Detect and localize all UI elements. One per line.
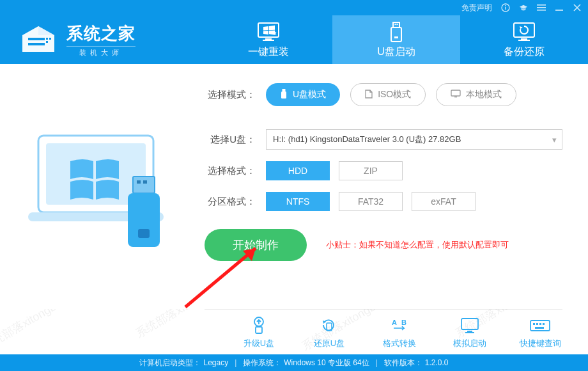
svg-rect-34 xyxy=(454,97,457,97)
svg-rect-10 xyxy=(49,38,51,40)
svg-rect-22 xyxy=(518,40,530,41)
svg-rect-18 xyxy=(391,28,401,42)
mode-label: 选择模式： xyxy=(205,89,256,101)
svg-rect-1 xyxy=(505,7,506,10)
keyboard-icon xyxy=(529,316,551,335)
disclaimer-link[interactable]: 免责声明 xyxy=(461,3,492,13)
svg-rect-47 xyxy=(543,323,545,325)
monitor-refresh-icon xyxy=(511,21,537,43)
monitor-small-icon xyxy=(451,90,461,100)
bottom-tools: 升级U盘 还原U盘 AB 格式转换 模拟启动 快捷键查询 xyxy=(0,310,588,354)
svg-rect-21 xyxy=(521,38,527,40)
brand-subtitle: 装机大师 xyxy=(66,46,135,58)
svg-rect-6 xyxy=(555,10,563,11)
svg-rect-28 xyxy=(143,180,147,184)
tip-text: 小贴士：如果不知道怎么配置，使用默认配置即可 xyxy=(326,239,509,251)
svg-rect-8 xyxy=(28,43,45,45)
graduation-icon[interactable] xyxy=(519,3,528,12)
partition-fat32[interactable]: FAT32 xyxy=(339,192,403,211)
svg-rect-33 xyxy=(451,90,460,96)
svg-rect-40 xyxy=(461,319,478,329)
tool-upgrade[interactable]: 升级U盘 xyxy=(236,316,281,349)
header-tabs: 一键重装 U盘启动 备份还原 xyxy=(205,15,588,64)
svg-rect-45 xyxy=(536,323,538,325)
tab-backup[interactable]: 备份还原 xyxy=(460,15,588,64)
usb-drive-icon xyxy=(383,21,409,43)
partition-ntfs[interactable]: NTFS xyxy=(266,192,330,211)
tab-usb[interactable]: U盘启动 xyxy=(332,15,460,64)
svg-rect-27 xyxy=(137,180,141,184)
svg-rect-17 xyxy=(397,24,398,25)
usb-up-icon xyxy=(248,316,270,335)
minimize-icon[interactable] xyxy=(555,3,564,12)
tab-label: 备份还原 xyxy=(504,45,545,59)
partition-label: 分区格式： xyxy=(205,196,256,208)
start-button[interactable]: 开始制作 xyxy=(205,229,307,261)
svg-rect-32 xyxy=(281,91,286,99)
svg-rect-14 xyxy=(263,40,274,41)
tool-restore[interactable]: 还原U盘 xyxy=(307,316,352,349)
logo-icon xyxy=(19,24,58,56)
format-zip[interactable]: ZIP xyxy=(339,161,403,180)
svg-rect-26 xyxy=(133,177,155,193)
svg-rect-44 xyxy=(533,323,535,325)
convert-icon: AB xyxy=(389,316,410,335)
svg-rect-9 xyxy=(46,38,48,40)
svg-rect-30 xyxy=(138,229,150,238)
logo-area: 系统之家 装机大师 xyxy=(0,15,205,64)
svg-rect-20 xyxy=(514,23,534,37)
svg-rect-4 xyxy=(537,7,546,8)
tab-label: 一键重装 xyxy=(248,45,289,59)
status-bar: 计算机启动类型：Legacy | 操作系统：Windows 10 专业版 64位… xyxy=(0,354,588,371)
illustration xyxy=(0,64,205,309)
tool-simboot[interactable]: 模拟启动 xyxy=(447,316,492,349)
partition-exfat[interactable]: exFAT xyxy=(412,192,476,211)
svg-rect-13 xyxy=(265,38,272,40)
svg-rect-48 xyxy=(535,327,544,329)
svg-rect-16 xyxy=(395,24,396,25)
menu-icon[interactable] xyxy=(537,3,546,12)
header: 系统之家 装机大师 一键重装 U盘启动 备份还原 xyxy=(0,15,588,64)
svg-rect-15 xyxy=(393,22,399,28)
svg-rect-11 xyxy=(46,41,48,43)
svg-rect-36 xyxy=(256,327,262,333)
svg-rect-43 xyxy=(530,320,550,331)
config-panel: 选择模式： U盘模式 ISO模式 本地模式 选择U盘： H:I: (hd1) K… xyxy=(205,64,588,309)
brand-title: 系统之家 xyxy=(66,22,135,45)
main: 选择模式： U盘模式 ISO模式 本地模式 选择U盘： H:I: (hd1) K… xyxy=(0,64,588,309)
svg-rect-46 xyxy=(539,323,541,325)
info-icon[interactable] xyxy=(501,3,510,12)
svg-rect-3 xyxy=(537,4,546,6)
mode-usb[interactable]: U盘模式 xyxy=(266,83,340,106)
chevron-down-icon: ▾ xyxy=(552,135,557,145)
file-icon xyxy=(365,90,373,100)
monitor-icon xyxy=(459,316,481,335)
tab-label: U盘启动 xyxy=(377,45,415,59)
svg-rect-31 xyxy=(282,89,286,91)
svg-text:B: B xyxy=(401,319,406,326)
titlebar: 免责声明 xyxy=(0,0,588,15)
usb-select-label: 选择U盘： xyxy=(205,134,256,146)
tab-reinstall[interactable]: 一键重装 xyxy=(205,15,332,64)
tool-hotkeys[interactable]: 快捷键查询 xyxy=(518,316,562,349)
usb-select[interactable]: H:I: (hd1) KingstonDataTraveler 3.0 (U盘)… xyxy=(266,129,562,150)
monitor-windows-icon xyxy=(256,21,281,43)
svg-rect-19 xyxy=(394,36,398,38)
mode-local[interactable]: 本地模式 xyxy=(436,83,516,106)
svg-rect-41 xyxy=(467,331,472,332)
svg-rect-5 xyxy=(537,10,546,11)
close-icon[interactable] xyxy=(573,3,582,12)
usb-small-icon xyxy=(280,89,288,101)
svg-rect-29 xyxy=(128,193,160,247)
usb-refresh-icon xyxy=(318,316,340,335)
svg-point-2 xyxy=(505,5,506,6)
svg-rect-7 xyxy=(28,38,45,40)
tool-convert[interactable]: AB 格式转换 xyxy=(377,316,422,349)
mode-iso[interactable]: ISO模式 xyxy=(350,83,426,106)
svg-rect-42 xyxy=(465,332,474,333)
format-hdd[interactable]: HDD xyxy=(266,161,330,180)
format-label: 选择格式： xyxy=(205,165,256,177)
